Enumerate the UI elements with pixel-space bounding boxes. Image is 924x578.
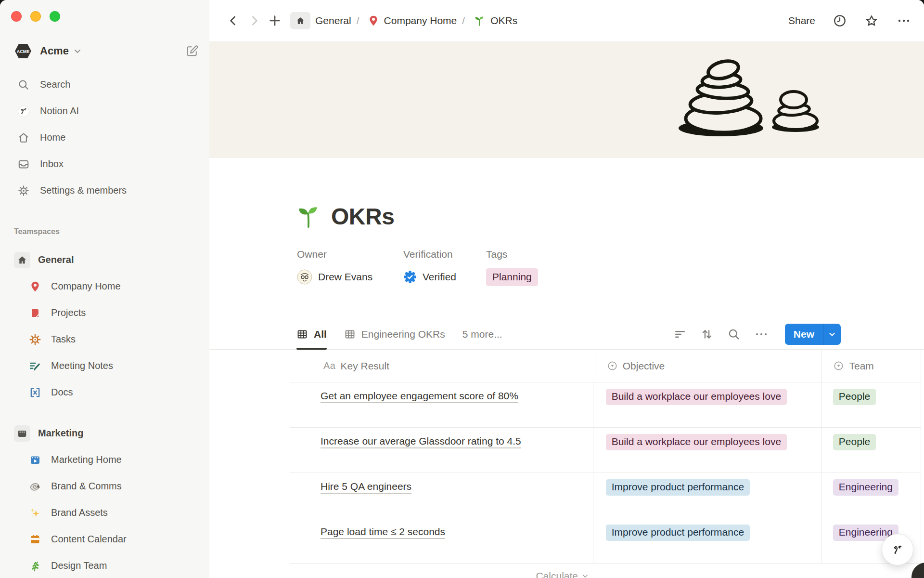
meeting-notes-icon <box>29 360 41 372</box>
view-tabs-row: All Engineering OKRs 5 more... New <box>209 319 924 350</box>
objective-tag[interactable]: Build a workplace our employees love <box>606 389 787 405</box>
shell-icon <box>29 480 41 493</box>
tab-all[interactable]: All <box>296 319 327 349</box>
table-header: Aa Key Result Objective Team <box>290 350 921 382</box>
sidebar-item-projects[interactable]: Projects <box>0 300 209 326</box>
ellipsis-icon[interactable] <box>896 13 911 28</box>
notion-ai-icon <box>17 105 30 118</box>
star-icon[interactable] <box>864 13 879 28</box>
property-value-tags[interactable]: Planning <box>486 268 538 286</box>
home-badge-icon <box>14 252 30 268</box>
search-icon[interactable] <box>727 328 741 341</box>
clapperboard-badge-icon <box>14 425 30 442</box>
topbar: General / Company Home / OKRs Share <box>209 0 924 41</box>
sidebar-item-settings[interactable]: Settings & members <box>0 177 209 204</box>
breadcrumb-separator: / <box>357 15 359 26</box>
property-value-owner[interactable]: Drew Evans <box>297 268 403 286</box>
sidebar-item-meeting-notes[interactable]: Meeting Notes <box>0 353 209 379</box>
avatar <box>297 269 312 285</box>
forward-icon[interactable] <box>246 13 262 29</box>
workspace-logo: ACME <box>14 43 32 59</box>
team-tag[interactable]: Engineering <box>833 479 898 496</box>
breadcrumb-okrs[interactable]: OKRs <box>473 14 517 27</box>
home-badge-icon <box>290 12 310 29</box>
sidebar-item-company-home[interactable]: Company Home <box>0 273 209 300</box>
sidebar-item-brand-assets[interactable]: Brand Assets <box>0 499 209 526</box>
team-tag[interactable]: People <box>833 389 876 405</box>
objective-tag[interactable]: Improve product performance <box>606 479 750 496</box>
table-footer: Calculate <box>290 570 603 578</box>
key-result-link[interactable]: Hire 5 QA engineers <box>321 481 411 492</box>
calculate-button[interactable]: Calculate <box>536 570 589 578</box>
property-value-verification[interactable]: Verified <box>403 268 486 286</box>
key-result-link[interactable]: Increase our average Glassdoor rating to… <box>321 435 521 447</box>
notion-ai-button[interactable] <box>882 534 913 565</box>
sidebar-item-home[interactable]: Home <box>0 124 209 151</box>
column-header-team[interactable]: Team <box>821 350 921 382</box>
seedling-icon <box>473 14 486 27</box>
page-cover <box>209 41 924 158</box>
clock-icon[interactable] <box>833 13 847 28</box>
sidebar-item-marketing-home[interactable]: Marketing Home <box>0 447 209 473</box>
key-result-link[interactable]: Page load time ≤ 2 seconds <box>321 526 445 537</box>
objective-tag[interactable]: Improve product performance <box>606 525 750 541</box>
teamspaces-header: Teamspaces <box>14 227 209 239</box>
objective-tag[interactable]: Build a workplace our employees love <box>606 434 787 450</box>
sidebar-item-design-team[interactable]: Design Team <box>0 552 209 578</box>
breadcrumb-general[interactable]: General <box>290 12 351 29</box>
add-page-icon[interactable] <box>267 13 283 29</box>
sidebar-item-tasks[interactable]: Tasks <box>0 326 209 353</box>
pin-icon <box>29 280 41 293</box>
sidebar-item-inbox[interactable]: Inbox <box>0 151 209 177</box>
zoom-window-button[interactable] <box>50 11 60 22</box>
breadcrumb-separator: / <box>462 15 465 26</box>
team-tag[interactable]: People <box>833 434 876 450</box>
chevron-down-icon[interactable] <box>823 324 841 345</box>
breadcrumb-company-home[interactable]: Company Home <box>368 15 457 26</box>
sidebar-teamspace-general[interactable]: General <box>0 247 209 273</box>
page-title-row[interactable]: OKRs <box>295 200 924 232</box>
sidebar-item-content-calendar[interactable]: Content Calendar <box>0 526 209 552</box>
property-label-tags[interactable]: Tags <box>486 249 538 260</box>
sidebar-teamspace-marketing[interactable]: Marketing <box>0 420 209 447</box>
text-property-icon: Aa <box>323 360 335 371</box>
sidebar-item-docs[interactable]: Docs <box>0 379 209 406</box>
page-title: OKRs <box>331 203 394 230</box>
key-result-link[interactable]: Get an employee engagement score of 80% <box>321 390 518 401</box>
inbox-icon <box>17 158 30 171</box>
minimize-window-button[interactable] <box>30 11 41 22</box>
sidebar-item-notion-ai[interactable]: Notion AI <box>0 98 209 124</box>
herb-icon <box>29 560 41 572</box>
column-header-objective[interactable]: Objective <box>595 350 822 382</box>
sidebar-item-brand-comms[interactable]: Brand & Comms <box>0 473 209 499</box>
page-body: OKRs Owner Drew Evans Verification <box>209 158 924 578</box>
page-properties: Owner Drew Evans Verification Ver <box>297 249 924 286</box>
ellipsis-icon[interactable] <box>754 328 769 341</box>
sidebar-item-search[interactable]: Search <box>0 71 209 98</box>
filter-icon[interactable] <box>673 328 687 341</box>
share-button[interactable]: Share <box>788 15 815 26</box>
notion-ai-icon <box>889 541 906 558</box>
svg-text:ACME: ACME <box>17 49 30 54</box>
sort-icon[interactable] <box>700 328 714 341</box>
property-label-verification[interactable]: Verification <box>403 249 486 260</box>
new-button[interactable]: New <box>785 324 841 345</box>
more-views-button[interactable]: 5 more... <box>462 328 502 340</box>
table-view-icon <box>344 328 356 340</box>
workspace-name[interactable]: Acme <box>40 45 69 57</box>
helm-icon <box>29 333 41 346</box>
chevron-down-icon <box>582 573 589 578</box>
tab-engineering-okrs[interactable]: Engineering OKRs <box>344 319 445 349</box>
table-row: Hire 5 QA engineers Improve product perf… <box>290 473 921 518</box>
chevron-down-icon[interactable] <box>74 47 81 55</box>
property-label-owner[interactable]: Owner <box>297 249 403 260</box>
table-row: Get an employee engagement score of 80% … <box>290 382 921 428</box>
compose-icon[interactable] <box>185 44 199 58</box>
okr-table: Aa Key Result Objective Team Get an empl… <box>290 350 921 564</box>
search-icon <box>17 79 30 91</box>
seedling-icon <box>295 203 321 230</box>
column-header-key-result[interactable]: Aa Key Result <box>290 350 595 382</box>
close-window-button[interactable] <box>11 11 22 22</box>
back-icon[interactable] <box>225 13 242 29</box>
home-icon <box>17 131 30 144</box>
